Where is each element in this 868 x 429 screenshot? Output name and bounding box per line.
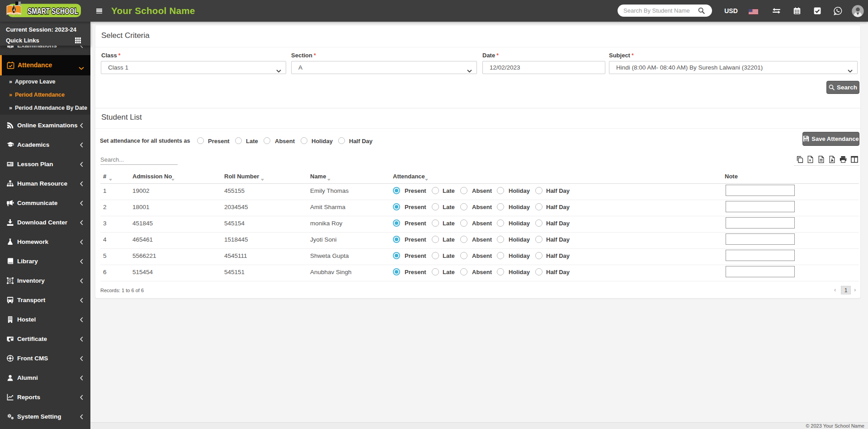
svg-text:SMART SCHOOL: SMART SCHOOL [28,6,78,16]
svg-text:x: x [809,158,811,162]
